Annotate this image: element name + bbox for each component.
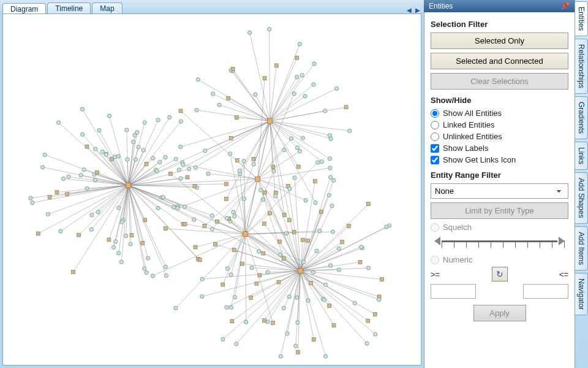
graph-node[interactable]: [249, 296, 253, 299]
graph-node[interactable]: [85, 145, 89, 148]
graph-node[interactable]: [186, 175, 189, 179]
graph-node[interactable]: [240, 262, 244, 266]
graph-node[interactable]: [126, 183, 130, 188]
graph-node[interactable]: [113, 155, 116, 159]
graph-node[interactable]: [337, 247, 341, 250]
graph-node[interactable]: [337, 268, 341, 272]
graph-node[interactable]: [72, 270, 75, 274]
graph-node[interactable]: [312, 83, 315, 86]
graph-node[interactable]: [29, 196, 32, 200]
graph-node[interactable]: [293, 176, 296, 180]
unlinked-entities-radio[interactable]: Unlinked Entities: [431, 132, 568, 141]
graph-node[interactable]: [211, 92, 214, 96]
graph-node[interactable]: [358, 260, 362, 264]
graph-node[interactable]: [295, 296, 298, 299]
graph-node[interactable]: [341, 240, 344, 244]
graph-node[interactable]: [328, 166, 332, 170]
graph-node[interactable]: [43, 153, 47, 156]
graph-node[interactable]: [254, 93, 257, 96]
graph-node[interactable]: [131, 140, 135, 144]
graph-node[interactable]: [312, 62, 316, 66]
graph-node[interactable]: [328, 304, 331, 308]
graph-node[interactable]: [258, 274, 262, 277]
graph-node[interactable]: [288, 187, 292, 191]
show-all-entities-radio[interactable]: Show All Entities: [431, 109, 568, 118]
graph-node[interactable]: [322, 298, 326, 302]
graph-node[interactable]: [90, 213, 94, 217]
graph-node[interactable]: [228, 152, 232, 156]
graph-node[interactable]: [318, 229, 322, 232]
graph-node[interactable]: [292, 92, 296, 96]
graph-node[interactable]: [295, 146, 299, 150]
graph-node[interactable]: [242, 159, 246, 163]
graph-node[interactable]: [97, 128, 101, 132]
graph-node[interactable]: [174, 306, 178, 310]
graph-node[interactable]: [298, 149, 301, 153]
graph-node[interactable]: [296, 350, 300, 354]
graph-node[interactable]: [309, 282, 313, 285]
graph-node[interactable]: [111, 245, 115, 249]
graph-node[interactable]: [198, 258, 202, 262]
graph-node[interactable]: [104, 153, 108, 156]
graph-node[interactable]: [232, 210, 235, 214]
graph-node[interactable]: [145, 270, 148, 274]
graph-node[interactable]: [107, 114, 111, 118]
graph-node[interactable]: [172, 205, 176, 209]
graph-node[interactable]: [164, 155, 167, 159]
graph-node[interactable]: [196, 78, 200, 82]
graph-node[interactable]: [271, 321, 275, 325]
gte-input[interactable]: [431, 284, 476, 299]
graph-node[interactable]: [168, 172, 172, 175]
graph-node[interactable]: [266, 320, 270, 324]
lte-input[interactable]: [523, 284, 568, 299]
graph-node[interactable]: [183, 222, 187, 226]
graph-node[interactable]: [85, 186, 89, 190]
graph-node[interactable]: [366, 202, 370, 206]
graph-node[interactable]: [93, 178, 97, 182]
graph-node[interactable]: [262, 222, 266, 226]
graph-node[interactable]: [250, 266, 254, 269]
graph-node[interactable]: [176, 206, 179, 210]
graph-node[interactable]: [314, 201, 317, 204]
graph-node[interactable]: [134, 158, 137, 161]
graph-node[interactable]: [194, 166, 197, 169]
graph-node[interactable]: [179, 120, 183, 123]
vtab-gradients[interactable]: Gradients: [575, 96, 588, 139]
graph-node[interactable]: [298, 269, 303, 274]
graph-node[interactable]: [145, 162, 148, 166]
graph-node[interactable]: [168, 115, 172, 119]
graph-node[interactable]: [311, 270, 315, 274]
graph-node[interactable]: [59, 229, 62, 233]
graph-node[interactable]: [164, 274, 168, 277]
graph-node[interactable]: [301, 260, 305, 264]
vtab-links[interactable]: Links: [575, 142, 588, 170]
graph-node[interactable]: [135, 130, 138, 134]
graph-node[interactable]: [181, 163, 185, 166]
graph-node[interactable]: [285, 332, 289, 335]
graph-node[interactable]: [55, 190, 59, 194]
graph-node[interactable]: [300, 74, 304, 77]
graph-node[interactable]: [158, 160, 162, 164]
graph-node[interactable]: [229, 136, 233, 140]
graph-node[interactable]: [31, 201, 34, 204]
tab-map[interactable]: Map: [92, 2, 122, 13]
graph-node[interactable]: [116, 251, 120, 255]
graph-node[interactable]: [151, 156, 155, 160]
graph-node[interactable]: [262, 319, 266, 323]
graph-node[interactable]: [244, 320, 248, 324]
graph-node[interactable]: [151, 274, 154, 277]
graph-node[interactable]: [156, 118, 160, 121]
graph-node[interactable]: [48, 195, 51, 199]
graph-node[interactable]: [327, 193, 331, 197]
tab-diagram[interactable]: Diagram: [2, 3, 46, 14]
graph-node[interactable]: [329, 137, 333, 140]
graph-node[interactable]: [179, 109, 183, 113]
graph-node[interactable]: [312, 337, 315, 341]
graph-node[interactable]: [296, 165, 300, 169]
graph-node[interactable]: [271, 165, 275, 169]
graph-node[interactable]: [328, 264, 332, 267]
graph-node[interactable]: [179, 145, 183, 148]
graph-node[interactable]: [200, 277, 204, 281]
diagram-canvas[interactable]: [2, 13, 421, 366]
graph-node[interactable]: [40, 165, 44, 169]
